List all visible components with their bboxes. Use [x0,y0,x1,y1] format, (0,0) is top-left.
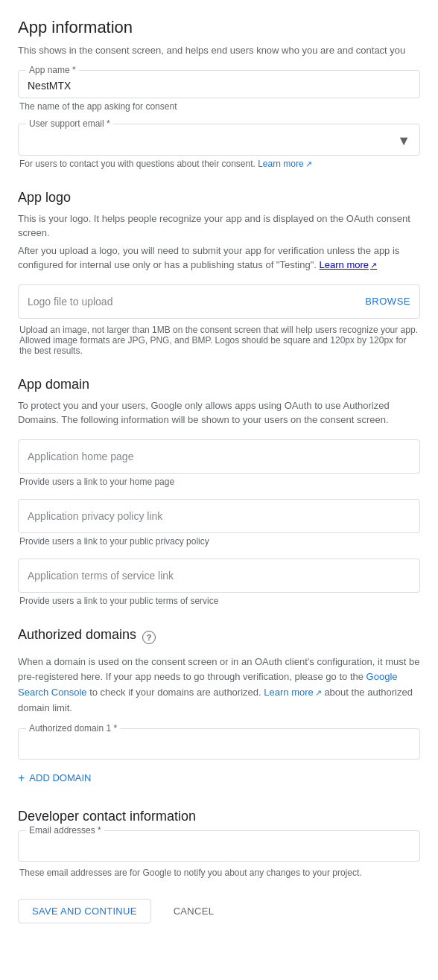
dropdown-arrow-icon: ▼ [397,133,410,149]
app-info-title: App information [18,18,420,37]
terms-field-group: Provide users a link to your public term… [18,559,420,606]
external-link-icon: ↗ [305,159,312,168]
app-logo-section: App logo This is your logo. It helps peo… [18,190,420,356]
learn-more-logo-link[interactable]: Learn more↗ [320,259,377,270]
authorized-domains-desc: When a domain is used on the consent scr… [18,655,420,716]
authorized-domains-section: Authorized domains ? When a domain is us… [18,627,420,788]
home-page-field-group: Provide users a link to your home page [18,439,420,487]
action-button-row: SAVE AND CONTINUE CANCEL [18,899,420,923]
browse-button[interactable]: BROWSE [365,296,410,307]
app-info-subtitle: This shows in the consent screen, and he… [18,43,420,58]
app-name-label: App name * [26,65,79,75]
logo-helper-text: Upload an image, not larger than 1MB on … [18,325,420,356]
app-domain-title: App domain [18,377,420,392]
save-continue-button[interactable]: SAVE AND CONTINUE [18,899,151,923]
auth-domain-label: Authorized domain 1 * [26,723,120,734]
email-select-wrapper[interactable]: ▼ [28,133,410,149]
add-domain-button[interactable]: + ADD DOMAIN [18,769,91,788]
home-page-helper: Provide users a link to your home page [18,477,420,487]
logo-upload-box[interactable]: Logo file to upload BROWSE [18,284,420,319]
app-domain-section: App domain To protect you and your users… [18,377,420,606]
app-logo-desc1: This is your logo. It helps people recog… [18,211,420,241]
add-domain-label: ADD DOMAIN [29,772,91,783]
privacy-policy-field-group: Provide users a link to your public priv… [18,499,420,547]
user-support-email-field[interactable]: User support email * ▼ [18,124,420,156]
email-addresses-input[interactable] [28,841,410,853]
terms-input[interactable] [18,559,420,593]
user-support-email-select[interactable] [28,135,397,147]
auth-domain-field[interactable]: Authorized domain 1 * [18,728,420,760]
user-support-email-label: User support email * [26,118,113,129]
cancel-button[interactable]: CANCEL [160,899,228,923]
authorized-domains-title-row: Authorized domains ? [18,627,420,649]
external-link-icon: ↗ [370,261,377,270]
app-name-field-group: App name * The name of the app asking fo… [18,70,420,112]
authorized-domains-title: Authorized domains [18,627,136,643]
plus-icon: + [18,771,25,785]
app-domain-desc: To protect you and your users, Google on… [18,398,420,427]
learn-more-auth-link[interactable]: Learn more↗ [264,687,324,698]
email-addresses-field[interactable]: Email addresses * [18,830,420,862]
app-information-section: App information This shows in the consen… [18,18,420,169]
privacy-policy-helper: Provide users a link to your public priv… [18,536,420,547]
terms-helper: Provide users a link to your public term… [18,596,420,606]
developer-contact-section: Developer contact information Email addr… [18,809,420,878]
app-name-input[interactable] [28,80,410,92]
learn-more-email-link[interactable]: Learn more↗ [258,159,311,169]
logo-placeholder-text: Logo file to upload [28,296,112,308]
email-helper: These email addresses are for Google to … [18,868,420,878]
home-page-input[interactable] [18,439,420,474]
app-name-field[interactable]: App name * [18,70,420,98]
external-link-icon: ↗ [315,688,322,697]
developer-info-title: Developer contact information [18,809,420,824]
help-icon[interactable]: ? [142,631,156,644]
email-addresses-label: Email addresses * [26,825,104,836]
app-logo-desc2: After you upload a logo, you will need t… [18,244,420,273]
auth-domain-input[interactable] [28,739,410,751]
user-support-email-field-group: User support email * ▼ For users to cont… [18,124,420,169]
user-support-email-helper: For users to contact you with questions … [18,159,420,169]
app-logo-title: App logo [18,190,420,206]
app-name-helper: The name of the app asking for consent [18,101,420,112]
privacy-policy-input[interactable] [18,499,420,533]
